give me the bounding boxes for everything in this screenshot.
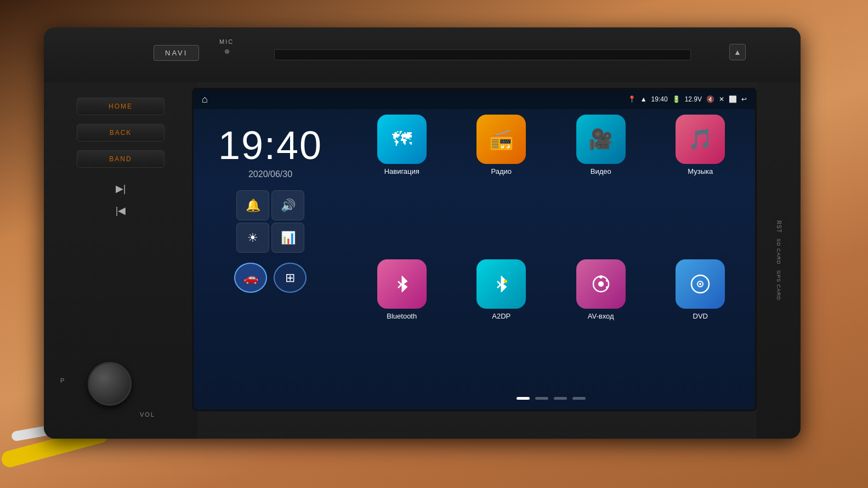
nav-arrows: ▶| |◀: [110, 178, 132, 222]
svg-point-3: [599, 275, 603, 279]
svg-point-0: [504, 280, 507, 283]
bluetooth-label: Bluetooth: [387, 312, 417, 320]
home-icon[interactable]: ⌂: [202, 94, 208, 105]
status-right: 📍 ▲ 19:40 🔋 12.9V 🔇 ✕ ⬜ ↩: [628, 95, 747, 103]
app-radio[interactable]: 📻 Радио: [455, 115, 548, 253]
volume-knob[interactable]: [88, 362, 132, 406]
gps-card-label: GPS CARD: [776, 270, 781, 300]
vol-label: VOL: [140, 411, 155, 418]
home-button[interactable]: HOME: [77, 98, 164, 115]
screen: ⌂ 📍 ▲ 19:40 🔋 12.9V 🔇 ✕ ⬜ ↩ 19:40 2020/0…: [192, 88, 757, 411]
battery-voltage: 12.9V: [685, 95, 702, 103]
dvd-icon: [676, 259, 725, 309]
dvd-label: DVD: [693, 312, 708, 320]
svg-point-5: [606, 286, 608, 288]
svg-point-8: [699, 283, 701, 285]
sd-card-label: SD CARD: [776, 239, 781, 265]
right-panel: RST SD CARD GPS CARD: [757, 82, 801, 439]
status-bar: ⌂ 📍 ▲ 19:40 🔋 12.9V 🔇 ✕ ⬜ ↩: [194, 89, 755, 109]
page-dot-1[interactable]: [517, 397, 530, 400]
app-music[interactable]: 🎵 Музыка: [654, 115, 747, 253]
app-av-input[interactable]: AV-вход: [554, 259, 648, 398]
video-label: Видео: [591, 167, 611, 175]
a2dp-icon: [476, 259, 526, 309]
equalizer-button[interactable]: 📊: [271, 223, 304, 253]
notifications-button[interactable]: 🔔: [236, 190, 269, 220]
av-input-icon: [576, 259, 626, 309]
screen-status-icon[interactable]: ⬜: [729, 95, 737, 103]
battery-icon: 🔋: [672, 95, 680, 103]
navigation-label: Навигация: [384, 167, 419, 175]
app-navigation[interactable]: 🗺 Навигация: [355, 115, 449, 253]
app-video[interactable]: 🎥 Видео: [554, 115, 648, 253]
back-status-icon[interactable]: ↩: [741, 95, 747, 103]
navigation-icon: 🗺: [377, 115, 427, 164]
clock-section: 19:40 2020/06/30 🔔 🔊 ☀ 📊 🚗 ⊞: [194, 109, 347, 410]
status-time: 19:40: [651, 95, 668, 103]
rst-label: RST: [776, 220, 782, 233]
prev-track-button[interactable]: |◀: [110, 202, 132, 219]
volume-button[interactable]: 🔊: [271, 190, 304, 220]
page-dot-3[interactable]: [554, 397, 567, 400]
close-status-icon[interactable]: ✕: [719, 95, 724, 103]
location-icon: 📍: [628, 95, 636, 103]
top-panel: NAVI MIC ▲: [44, 27, 801, 82]
back-button[interactable]: BACK: [77, 124, 164, 141]
radio-unit: NAVI MIC ▲ HOME BACK BAND ▶| |◀ VOL P RS…: [44, 27, 801, 439]
brightness-button[interactable]: ☀: [236, 223, 269, 253]
video-icon: 🎥: [576, 115, 626, 164]
volume-status-icon[interactable]: 🔇: [706, 95, 714, 103]
svg-point-4: [606, 280, 608, 282]
music-icon: 🎵: [676, 115, 725, 164]
apps-button[interactable]: ⊞: [274, 263, 307, 293]
navi-button[interactable]: NAVI: [154, 45, 199, 61]
a2dp-label: A2DP: [492, 312, 510, 320]
cd-slot: [274, 49, 691, 60]
app-dvd[interactable]: DVD: [654, 259, 747, 398]
bottom-nav-buttons: 🚗 ⊞: [226, 263, 315, 293]
radio-label: Радио: [491, 167, 512, 175]
mic-dot: [225, 49, 229, 54]
car-mode-button[interactable]: 🚗: [234, 263, 267, 293]
clock-date: 2020/06/30: [248, 169, 292, 179]
page-dot-2[interactable]: [535, 397, 548, 400]
bluetooth-icon: [377, 259, 427, 309]
wifi-icon: ▲: [640, 95, 647, 103]
radio-icon: 📻: [476, 115, 526, 164]
apps-section: 🗺 Навигация 📻 Радио 🎥 Видео 🎵 Музыка: [347, 109, 755, 410]
eject-button[interactable]: ▲: [729, 44, 746, 60]
page-dot-4[interactable]: [572, 397, 586, 400]
p-label: P: [60, 377, 64, 384]
music-label: Музыка: [688, 167, 713, 175]
app-a2dp[interactable]: A2DP: [455, 259, 548, 398]
next-track-button[interactable]: ▶|: [110, 180, 132, 197]
av-input-label: AV-вход: [588, 312, 614, 320]
main-content: 19:40 2020/06/30 🔔 🔊 ☀ 📊 🚗 ⊞ 🗺: [194, 109, 755, 410]
svg-point-2: [598, 281, 604, 287]
clock-time: 19:40: [218, 126, 322, 165]
quick-buttons: 🔔 🔊 ☀ 📊: [228, 190, 313, 253]
mic-label: MIC: [219, 38, 234, 45]
apps-grid: 🗺 Навигация 📻 Радио 🎥 Видео 🎵 Музыка: [355, 115, 747, 397]
band-button[interactable]: BAND: [77, 150, 164, 168]
page-dots: [355, 397, 747, 404]
left-panel: HOME BACK BAND ▶| |◀ VOL P: [44, 82, 197, 439]
app-bluetooth[interactable]: Bluetooth: [355, 259, 449, 398]
